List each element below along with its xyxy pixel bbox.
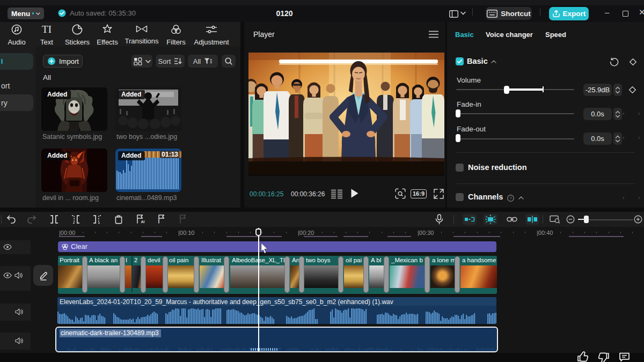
svg-text:AI: AI: [141, 220, 145, 224]
svg-text:TI: TI: [42, 24, 52, 35]
svg-text:?: ?: [509, 196, 512, 201]
